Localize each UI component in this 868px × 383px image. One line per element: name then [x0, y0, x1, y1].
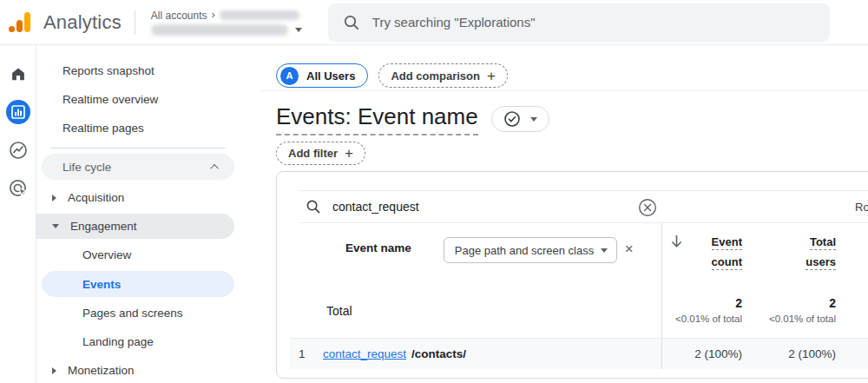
- global-search-input[interactable]: Try searching "Explorations": [328, 3, 830, 42]
- add-filter-button[interactable]: Add filter +: [276, 142, 365, 165]
- column-header-total-users[interactable]: Total users: [742, 234, 836, 284]
- sort-descending-icon[interactable]: [670, 234, 683, 248]
- nav-item-pages-and-screens[interactable]: Pages and screens: [36, 299, 260, 327]
- topbar-divider: [135, 10, 135, 35]
- clear-search-icon[interactable]: [638, 198, 657, 217]
- chevron-up-icon: [210, 163, 219, 172]
- nav-item-realtime-overview[interactable]: Realtime overview: [36, 85, 260, 114]
- nav-item-events[interactable]: Events: [42, 271, 234, 297]
- nav-item-landing-page[interactable]: Landing page: [36, 327, 260, 356]
- collapse-arrow-icon: [52, 224, 59, 228]
- account-path-label: All accounts: [151, 10, 207, 22]
- redacted-property-name: [151, 24, 288, 36]
- events-table: contact_request Rows per page: Event nam…: [276, 171, 868, 379]
- account-switcher[interactable]: All accounts ›: [151, 9, 302, 36]
- report-status-dropdown[interactable]: [491, 106, 549, 132]
- expand-arrow-icon: [52, 195, 56, 201]
- total-users-share: <0.01% of total: [742, 311, 836, 327]
- nav-item-engagement[interactable]: Engagement: [36, 214, 234, 239]
- plus-icon: +: [487, 69, 496, 83]
- comparison-bar-divider: [260, 90, 868, 91]
- nav-item-acquisition[interactable]: Acquisition: [36, 183, 260, 212]
- add-comparison-button[interactable]: Add comparison +: [378, 63, 508, 88]
- page-title: Events: Event name: [276, 103, 478, 135]
- nav-item-overview[interactable]: Overview: [36, 241, 260, 269]
- nav-item-reports-snapshot[interactable]: Reports snapshot: [36, 56, 260, 85]
- event-count-cell: 2 (100%): [662, 347, 742, 360]
- expand-arrow-icon: [52, 367, 56, 374]
- home-icon[interactable]: [6, 62, 30, 86]
- nav-item-realtime-pages[interactable]: Realtime pages: [36, 114, 260, 142]
- table-row: 1 contact_request /contacts/ 2 (100%) 2 …: [290, 338, 868, 369]
- segment-badge: A: [280, 67, 299, 85]
- total-event-count: 2: [662, 296, 742, 311]
- nav-item-monetization[interactable]: Monetization: [36, 356, 260, 383]
- total-users-cell: 2 (100%): [742, 347, 836, 360]
- dropdown-caret-icon: [601, 248, 608, 253]
- report-content: A All Users Add comparison + Events: Eve…: [260, 45, 868, 383]
- comparison-bar: A All Users Add comparison +: [276, 63, 868, 88]
- app-name: Analytics: [43, 11, 122, 34]
- row-index: 1: [290, 347, 323, 360]
- redacted-account-name: [220, 10, 299, 20]
- advertising-icon[interactable]: [6, 176, 30, 201]
- google-analytics-logo-icon: [9, 11, 32, 33]
- table-header-row: Event name Page path and screen class × …: [277, 223, 868, 284]
- chevron-right-icon: ›: [212, 8, 215, 21]
- table-search-input[interactable]: contact_request: [332, 200, 419, 214]
- search-icon: [343, 14, 360, 31]
- plus-icon: +: [345, 146, 353, 161]
- dropdown-caret-icon: [530, 117, 537, 122]
- dropdown-caret-icon[interactable]: [295, 28, 302, 32]
- explore-icon[interactable]: [6, 138, 30, 162]
- secondary-dimension-dropdown[interactable]: Page path and screen class: [444, 237, 617, 263]
- table-search-icon: [306, 199, 321, 215]
- top-app-bar: Analytics All accounts › Try searching "…: [0, 0, 868, 45]
- total-users-count: 2: [742, 296, 836, 311]
- page-path-value: /contacts/: [411, 347, 466, 360]
- total-event-count-share: <0.01% of total: [662, 311, 742, 327]
- nav-collection-life-cycle[interactable]: Life cycle: [42, 154, 234, 180]
- all-users-segment-chip[interactable]: A All Users: [276, 63, 368, 88]
- remove-dimension-icon[interactable]: ×: [625, 241, 634, 256]
- reports-icon[interactable]: [6, 100, 30, 124]
- reports-nav: Reports snapshot Realtime overview Realt…: [36, 45, 260, 383]
- event-name-link[interactable]: contact_request: [323, 347, 411, 360]
- left-icon-rail: [0, 45, 36, 383]
- nav-divider: [50, 148, 226, 149]
- column-header-event-name[interactable]: Event name: [345, 241, 411, 254]
- table-toolbar: contact_request Rows per page:: [300, 190, 868, 223]
- check-circle-icon: [503, 110, 521, 128]
- rows-per-page-label[interactable]: Rows per page:: [855, 201, 868, 214]
- table-total-row: Total 2 <0.01% of total 2 <0.01% of tota…: [277, 284, 868, 338]
- search-placeholder: Try searching "Explorations": [372, 15, 536, 30]
- segment-label: All Users: [306, 69, 355, 83]
- total-label: Total: [326, 304, 352, 318]
